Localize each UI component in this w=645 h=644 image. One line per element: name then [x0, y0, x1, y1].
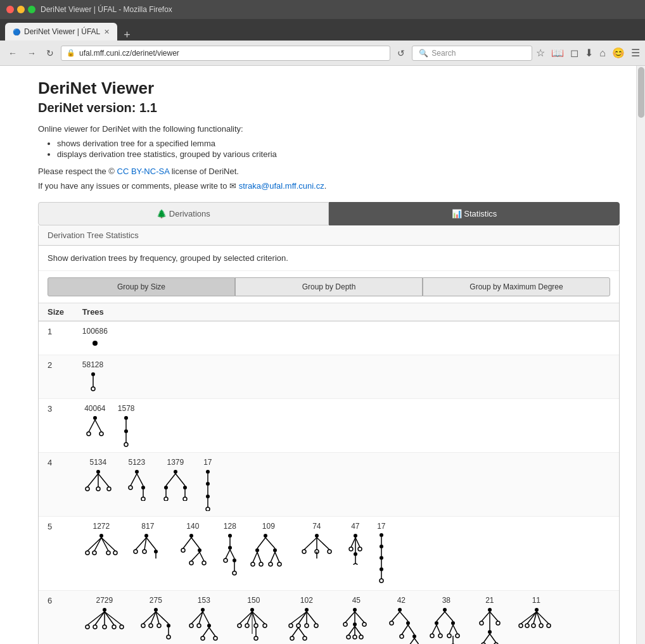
- svg-point-102: [354, 534, 357, 538]
- tree-fork2chain-icon: [124, 468, 150, 501]
- search-icon: 🔍: [419, 49, 428, 58]
- svg-point-91: [269, 562, 272, 566]
- scrollbar[interactable]: [636, 66, 645, 644]
- tree-item[interactable]: 47: [346, 522, 365, 565]
- tree-item[interactable]: 17: [201, 458, 214, 511]
- back-btn[interactable]: ←: [5, 47, 20, 60]
- tree-item[interactable]: 128: [220, 522, 239, 579]
- svg-point-66: [198, 548, 201, 552]
- menu-icon[interactable]: ☰: [631, 47, 640, 59]
- pocket-icon[interactable]: ◻: [570, 47, 578, 59]
- intro-text: Online viewer for DeriNet with the follo…: [38, 124, 620, 134]
- svg-point-105: [349, 547, 353, 551]
- tree-item[interactable]: 153: [185, 596, 223, 641]
- tree-item[interactable]: 42: [384, 596, 419, 644]
- svg-line-104: [355, 538, 360, 547]
- svg-line-67: [191, 552, 200, 561]
- svg-point-213: [430, 634, 434, 638]
- feature-item: displays derivation tree statistics, gro…: [57, 149, 620, 159]
- maximize-window-btn[interactable]: [28, 6, 35, 13]
- svg-line-48: [101, 538, 115, 551]
- tree-item[interactable]: 1578: [118, 404, 135, 447]
- tree-item[interactable]: 40064: [82, 404, 108, 439]
- url-bar[interactable]: 🔒 ufal.mff.cuni.cz/derinet/viewer: [61, 46, 390, 61]
- tree-item[interactable]: 17: [375, 522, 388, 585]
- nav-icons: ☆ 📖 ◻ ⬇ ⌂ 😊 ☰: [536, 47, 640, 59]
- tree-item[interactable]: 1379: [160, 458, 191, 501]
- tree-item[interactable]: 21: [474, 596, 506, 644]
- svg-point-230: [535, 608, 539, 612]
- svg-line-185: [348, 626, 355, 635]
- tree-line-icon: [87, 370, 99, 393]
- tree-item[interactable]: 45: [339, 596, 374, 641]
- tab-derivations[interactable]: 🌲 Derivations: [38, 202, 329, 225]
- reload-btn[interactable]: ↺: [394, 47, 408, 60]
- tree-fork2chain3-icon: [346, 532, 365, 565]
- home-icon[interactable]: ⌂: [599, 47, 606, 59]
- svg-point-182: [343, 622, 347, 626]
- tree-item[interactable]: 102: [284, 596, 329, 641]
- page-title: DeriNet Viewer: [38, 79, 620, 98]
- svg-line-154: [239, 612, 252, 624]
- svg-point-93: [315, 534, 319, 538]
- svg-point-35: [164, 497, 168, 501]
- search-bar[interactable]: 🔍 Search: [412, 46, 532, 61]
- reader-mode-icon[interactable]: 📖: [551, 47, 564, 59]
- tree-item[interactable]: 5134: [82, 458, 114, 495]
- new-tab-btn[interactable]: +: [121, 29, 133, 41]
- svg-line-197: [408, 625, 414, 635]
- scrollbar-thumb[interactable]: [638, 67, 644, 118]
- forward-btn[interactable]: →: [24, 47, 39, 60]
- tree-s6-7-icon: [384, 606, 419, 644]
- svg-line-167: [298, 612, 307, 624]
- tree-item[interactable]: 100686: [82, 327, 108, 350]
- page-subtitle: DeriNet version: 1.1: [38, 101, 620, 115]
- svg-point-57: [134, 550, 137, 553]
- tree-item[interactable]: 275: [137, 596, 175, 641]
- tree-item[interactable]: 2729: [82, 596, 127, 633]
- contact-email-link[interactable]: straka@ufal.mff.cuni.cz: [239, 181, 324, 191]
- tree-item[interactable]: 74: [298, 522, 336, 559]
- bookmark-star-icon[interactable]: ☆: [536, 47, 545, 59]
- tree-s6-10-icon: [516, 606, 557, 633]
- user-icon[interactable]: 😊: [612, 47, 625, 59]
- svg-line-211: [449, 625, 453, 634]
- download-icon[interactable]: ⬇: [585, 47, 593, 59]
- svg-point-25: [141, 486, 145, 489]
- svg-point-160: [254, 624, 258, 628]
- trees-cell: 1272: [73, 517, 619, 591]
- group-by-depth-btn[interactable]: Group by Depth: [235, 277, 423, 296]
- svg-point-31: [164, 486, 168, 489]
- minimize-window-btn[interactable]: [17, 6, 25, 13]
- size-value: 6: [39, 591, 73, 645]
- svg-point-106: [358, 547, 362, 551]
- tree-item[interactable]: 109: [250, 522, 288, 570]
- group-by-max-degree-btn[interactable]: Group by Maximum Degree: [423, 277, 610, 296]
- tree-item[interactable]: 58128: [82, 360, 103, 393]
- tree-item[interactable]: 817: [131, 522, 165, 559]
- svg-point-11: [124, 429, 128, 433]
- tree-item[interactable]: 5123: [124, 458, 150, 501]
- svg-line-166: [291, 612, 307, 624]
- tab-close-btn[interactable]: ✕: [104, 28, 110, 36]
- svg-point-141: [167, 635, 170, 639]
- license-link[interactable]: CC BY-NC-SA: [117, 167, 170, 176]
- svg-line-187: [355, 626, 361, 635]
- svg-point-184: [362, 622, 366, 626]
- refresh-btn[interactable]: ↻: [43, 47, 57, 60]
- tree-item[interactable]: 11: [516, 596, 557, 633]
- active-tab[interactable]: 🔵 DeriNet Viewer | ÚFAL ✕: [5, 23, 117, 41]
- tab-statistics[interactable]: 📊 Statistics: [329, 202, 620, 225]
- svg-point-207: [435, 621, 438, 625]
- svg-point-59: [154, 550, 158, 553]
- tree-item[interactable]: 1272: [82, 522, 120, 559]
- svg-line-220: [482, 612, 490, 621]
- close-window-btn[interactable]: [6, 6, 14, 13]
- tree-item[interactable]: 150: [233, 596, 274, 641]
- svg-line-68: [200, 552, 204, 561]
- svg-point-176: [290, 636, 294, 640]
- tree-item[interactable]: 38: [429, 596, 464, 644]
- group-by-size-btn[interactable]: Group by Size: [48, 277, 235, 296]
- tree-item[interactable]: 140: [176, 522, 210, 570]
- svg-line-17: [98, 474, 109, 487]
